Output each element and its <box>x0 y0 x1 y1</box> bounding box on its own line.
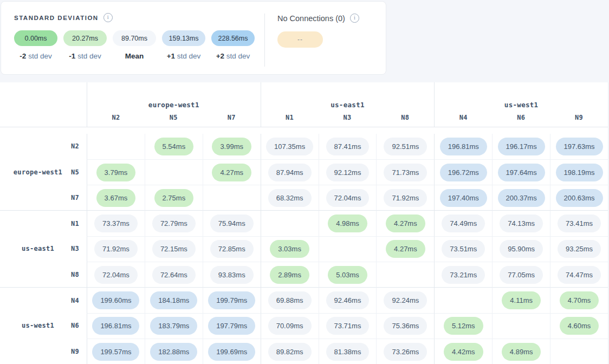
std-deviation-legend-card: STANDARD DEVIATION i 0.00ms -2 std dev 2… <box>1 1 386 75</box>
latency-chip[interactable]: 184.18ms <box>150 291 197 309</box>
latency-chip[interactable]: 4.89ms <box>502 343 541 361</box>
legend-chip: 159.13ms <box>162 30 205 46</box>
col-node-label: N7 <box>228 114 236 121</box>
latency-chip[interactable]: 70.09ms <box>268 317 312 335</box>
latency-chip[interactable]: 197.40ms <box>440 189 487 207</box>
latency-chip[interactable]: 4.27ms <box>386 240 425 258</box>
latency-chip[interactable]: 73.41ms <box>558 214 601 232</box>
latency-cell: 73.71ms <box>319 313 377 339</box>
latency-chip[interactable]: 4.42ms <box>444 343 483 361</box>
latency-chip[interactable]: 74.47ms <box>558 266 601 284</box>
latency-chip[interactable]: 75.94ms <box>210 214 254 232</box>
latency-chip[interactable]: 4.60ms <box>560 317 599 335</box>
latency-chip[interactable]: 200.37ms <box>498 189 545 207</box>
latency-chip[interactable]: 196.72ms <box>440 164 487 181</box>
latency-chip[interactable]: 74.49ms <box>442 214 485 232</box>
latency-chip[interactable]: 198.19ms <box>556 164 603 181</box>
latency-chip[interactable]: 199.60ms <box>92 291 139 309</box>
latency-cell: 69.88ms <box>261 287 319 313</box>
latency-chip[interactable]: 72.64ms <box>152 266 196 284</box>
legend-label: +2 std dev <box>216 52 250 60</box>
latency-cell: 197.64ms <box>492 159 550 185</box>
latency-chip[interactable]: 183.79ms <box>150 317 197 335</box>
latency-chip[interactable]: 92.46ms <box>326 291 370 309</box>
latency-chip[interactable]: 5.12ms <box>444 317 483 335</box>
latency-chip[interactable]: 196.17ms <box>498 138 545 155</box>
info-icon[interactable]: i <box>350 14 359 23</box>
latency-chip[interactable]: 92.24ms <box>384 291 427 309</box>
latency-chip[interactable]: 196.81ms <box>440 138 487 155</box>
info-icon[interactable]: i <box>103 13 113 22</box>
latency-chip[interactable]: 73.26ms <box>384 343 427 361</box>
latency-chip[interactable]: 73.51ms <box>442 240 485 258</box>
latency-chip[interactable]: 197.63ms <box>556 138 603 155</box>
std-deviation-title-row: STANDARD DEVIATION i <box>14 13 264 22</box>
latency-chip[interactable]: 73.71ms <box>326 317 370 335</box>
latency-chip[interactable]: 72.04ms <box>94 266 138 284</box>
latency-chip[interactable]: 3.99ms <box>212 138 251 155</box>
latency-chip[interactable]: 72.04ms <box>326 189 370 207</box>
latency-chip[interactable]: 196.81ms <box>92 317 139 335</box>
latency-cell: 3.79ms <box>87 159 145 185</box>
latency-chip[interactable]: 73.37ms <box>94 214 138 232</box>
latency-chip[interactable]: 74.13ms <box>500 214 543 232</box>
latency-cell: 72.04ms <box>319 185 377 210</box>
latency-cell: 196.17ms <box>492 134 550 159</box>
latency-chip[interactable]: 5.03ms <box>328 266 367 284</box>
latency-chip[interactable]: 92.12ms <box>326 164 370 181</box>
latency-cell: 5.12ms <box>434 313 492 339</box>
row-header: us-east1N3 <box>0 236 87 262</box>
no-connections-title-row: No Connections (0) i <box>277 14 359 23</box>
latency-chip[interactable]: 3.79ms <box>96 164 136 181</box>
latency-chip[interactable]: 4.27ms <box>386 214 425 232</box>
latency-chip[interactable]: 3.03ms <box>270 240 309 258</box>
latency-cell: 3.67ms <box>87 185 145 210</box>
latency-chip[interactable]: 71.73ms <box>384 164 427 181</box>
latency-chip[interactable]: 81.38ms <box>326 343 370 361</box>
latency-chip[interactable]: 3.67ms <box>96 189 136 207</box>
latency-chip[interactable]: 92.51ms <box>384 138 427 155</box>
latency-chip[interactable]: 69.88ms <box>268 291 312 309</box>
row-node-label: N9 <box>71 348 79 355</box>
latency-chip[interactable]: 182.88ms <box>150 343 197 361</box>
latency-chip[interactable]: 199.79ms <box>208 291 255 309</box>
latency-chip[interactable]: 93.25ms <box>558 240 601 258</box>
latency-chip[interactable]: 199.69ms <box>208 343 255 361</box>
latency-chip[interactable]: 197.79ms <box>208 317 255 335</box>
latency-cell: 72.04ms <box>87 262 145 287</box>
latency-cell <box>376 262 434 287</box>
latency-chip[interactable]: 71.92ms <box>384 189 427 207</box>
latency-cell: 183.79ms <box>145 313 203 339</box>
latency-chip[interactable]: 4.98ms <box>328 214 367 232</box>
latency-chip[interactable]: 2.89ms <box>270 266 309 284</box>
latency-chip[interactable]: 87.94ms <box>268 164 312 181</box>
latency-chip[interactable]: 95.90ms <box>500 240 543 258</box>
latency-chip[interactable]: 68.32ms <box>268 189 312 207</box>
latency-chip[interactable]: 73.21ms <box>442 266 485 284</box>
latency-chip[interactable]: 75.36ms <box>384 317 427 335</box>
latency-cell: 199.57ms <box>87 339 145 364</box>
latency-chip[interactable]: 4.11ms <box>502 291 541 309</box>
latency-chip[interactable]: 197.64ms <box>498 164 545 181</box>
std-deviation-title: STANDARD DEVIATION <box>14 15 99 21</box>
latency-chip[interactable]: 4.27ms <box>212 164 251 181</box>
latency-chip[interactable]: 77.05ms <box>500 266 543 284</box>
row-region-label: europe-west1 <box>0 168 76 176</box>
col-node-label: N3 <box>343 114 351 121</box>
latency-chip[interactable]: 199.57ms <box>92 343 139 361</box>
latency-chip[interactable]: 200.63ms <box>556 189 603 207</box>
latency-chip[interactable]: 107.35ms <box>266 138 313 155</box>
latency-chip[interactable]: 93.83ms <box>210 266 254 284</box>
matrix-corner <box>0 108 87 127</box>
latency-chip[interactable]: 72.85ms <box>210 240 254 258</box>
latency-chip[interactable]: 72.15ms <box>152 240 196 258</box>
latency-chip[interactable]: 89.82ms <box>268 343 312 361</box>
latency-cell: 72.85ms <box>203 236 261 262</box>
latency-chip[interactable]: 71.92ms <box>94 240 138 258</box>
row-node-label: N4 <box>71 297 79 304</box>
latency-chip[interactable]: 4.70ms <box>560 291 599 309</box>
latency-chip[interactable]: 87.41ms <box>326 138 370 155</box>
latency-chip[interactable]: 5.54ms <box>154 138 194 155</box>
latency-chip[interactable]: 2.75ms <box>154 189 194 207</box>
latency-chip[interactable]: 72.79ms <box>152 214 196 232</box>
